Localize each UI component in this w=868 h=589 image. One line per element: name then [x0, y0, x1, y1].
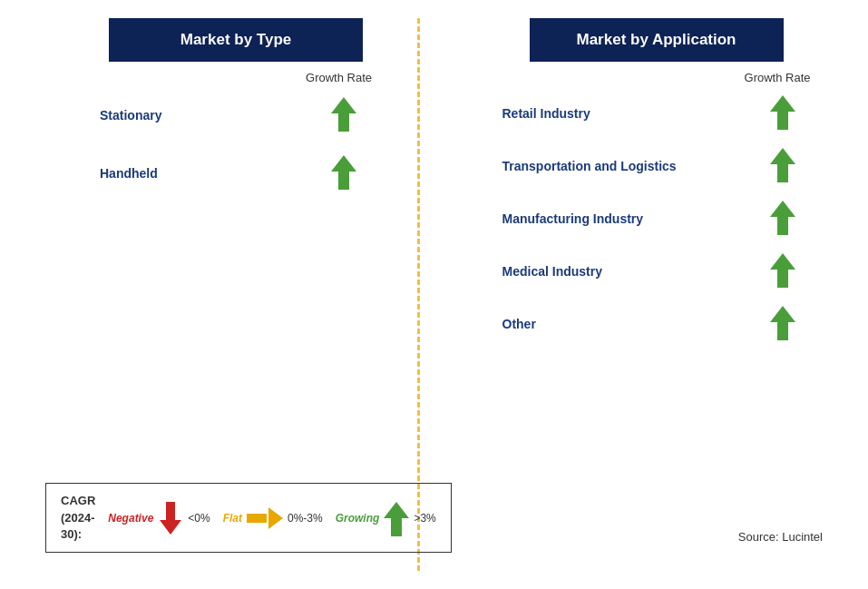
- transportation-label: Transportation and Logistics: [502, 159, 677, 173]
- right-header: Market by Application: [530, 18, 784, 62]
- negative-arrow: [158, 502, 183, 535]
- retail-growth-arrow: [768, 95, 797, 132]
- right-growth-rate-row: Growth Rate: [493, 71, 820, 84]
- other-label: Other: [502, 317, 536, 331]
- left-item-row-stationary: Stationary: [91, 88, 381, 142]
- flat-arrow: [247, 507, 283, 529]
- legend-cagr-text: CAGR (2024-30):: [61, 493, 95, 543]
- medical-label: Medical Industry: [502, 264, 602, 279]
- manufacturing-label: Manufacturing Industry: [502, 211, 644, 226]
- left-header: Market by Type: [109, 18, 363, 62]
- medical-growth-arrow: [768, 253, 797, 290]
- manufacturing-growth-arrow: [768, 201, 797, 237]
- left-item-row-handheld: Handheld: [91, 146, 381, 201]
- left-bottom: CAGR (2024-30): Negative <0% Flat 0%-3%: [27, 204, 444, 571]
- left-panel: Market by Type Growth Rate Stationary Ha…: [27, 18, 444, 571]
- right-item-other: Other: [493, 299, 820, 349]
- stationary-growth-arrow: [329, 97, 358, 133]
- right-item-medical: Medical Industry: [493, 246, 820, 297]
- left-growth-rate-label: Growth Rate: [306, 71, 372, 84]
- legend-flat: Flat 0%-3%: [223, 507, 323, 529]
- flat-range: 0%-3%: [288, 512, 323, 525]
- right-item-transportation: Transportation and Logistics: [493, 141, 820, 191]
- right-item-manufacturing: Manufacturing Industry: [493, 193, 820, 244]
- other-growth-arrow: [768, 306, 797, 342]
- legend-negative: Negative <0%: [108, 502, 210, 535]
- handheld-label: Handheld: [100, 166, 158, 181]
- negative-range: <0%: [188, 512, 210, 525]
- left-growth-rate-row: Growth Rate: [91, 71, 381, 84]
- legend-box: CAGR (2024-30): Negative <0% Flat 0%-3%: [45, 483, 452, 553]
- right-growth-rate-label: Growth Rate: [745, 71, 811, 84]
- source-text: Source: Lucintel: [738, 530, 823, 544]
- right-panel: Market by Application Growth Rate Retail…: [444, 18, 841, 571]
- flat-label: Flat: [223, 512, 242, 525]
- handheld-growth-arrow: [329, 155, 358, 191]
- negative-label: Negative: [108, 512, 153, 525]
- right-item-retail: Retail Industry: [493, 88, 820, 139]
- legend-growing: Growing >3%: [336, 502, 436, 535]
- growing-range: >3%: [414, 512, 435, 525]
- stationary-label: Stationary: [100, 108, 161, 123]
- growing-arrow: [384, 502, 409, 535]
- retail-label: Retail Industry: [502, 106, 590, 121]
- transportation-growth-arrow: [768, 148, 797, 184]
- growing-label: Growing: [336, 512, 380, 525]
